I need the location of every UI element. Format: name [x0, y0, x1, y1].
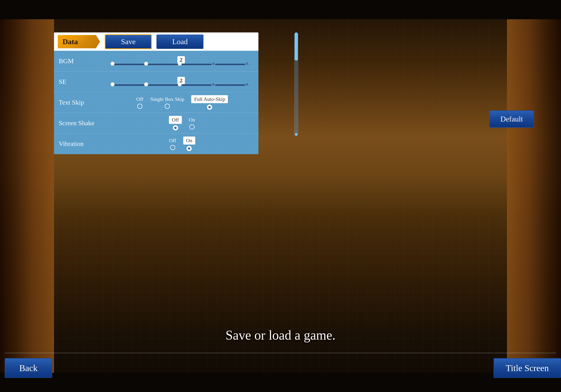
text-skip-single-label: Single Box Skip [150, 96, 184, 102]
text-skip-full-label: Full Auto-Skip [191, 95, 228, 103]
se-dot-0[interactable] [110, 82, 115, 87]
screen-shake-on-label: On [189, 117, 195, 123]
vibration-on[interactable]: On [183, 137, 195, 151]
se-dots [110, 84, 249, 87]
se-track[interactable] [110, 84, 249, 86]
settings-panel: Data Save Load BGM 2 [54, 33, 259, 154]
bgm-dot-2[interactable] [178, 62, 182, 66]
vibration-off-label: Off [169, 138, 176, 144]
text-skip-full[interactable]: Full Auto-Skip [191, 95, 228, 110]
settings-body: BGM 2 SE [54, 51, 259, 154]
data-label: Data [58, 35, 100, 48]
save-button[interactable]: Save [105, 34, 152, 49]
text-skip-full-radio[interactable] [207, 105, 212, 110]
se-row: SE 2 [54, 71, 259, 92]
text-skip-single-radio[interactable] [165, 104, 170, 109]
vibration-on-label: On [183, 137, 195, 144]
text-skip-control: Off Single Box Skip Full Auto-Skip [106, 93, 259, 112]
vibration-row: Vibration Off On [54, 133, 259, 154]
screen-shake-control: Off On [106, 113, 259, 133]
vibration-on-radio[interactable] [186, 146, 192, 151]
screen-shake-off-radio[interactable] [173, 125, 178, 131]
vibration-label: Vibration [54, 136, 106, 151]
text-skip-single[interactable]: Single Box Skip [150, 96, 184, 109]
bgm-dot-1[interactable] [144, 62, 148, 66]
bgm-track[interactable] [110, 64, 249, 65]
text-skip-label: Text Skip [54, 95, 106, 110]
vibration-off-radio[interactable] [170, 145, 175, 150]
bgm-dot-3[interactable] [211, 62, 216, 66]
screen-shake-on-radio[interactable] [189, 124, 194, 130]
se-dot-4[interactable] [245, 82, 249, 87]
top-bar [0, 0, 561, 19]
se-dot-1[interactable] [144, 82, 148, 87]
scrollbar-end [295, 133, 298, 136]
bgm-control: 2 [106, 55, 259, 67]
bgm-dot-0[interactable] [110, 62, 115, 66]
vibration-control: Off On [106, 134, 259, 153]
se-dot-2[interactable] [178, 82, 182, 87]
scrollbar-thumb[interactable] [295, 33, 298, 61]
bgm-row: BGM 2 [54, 51, 259, 71]
screen-shake-on[interactable]: On [189, 117, 195, 130]
screen-shake-off-label: Off [169, 116, 182, 124]
se-slider-container: 2 [110, 78, 254, 86]
text-skip-off-radio[interactable] [137, 104, 142, 109]
vibration-options: Off On [169, 137, 195, 151]
bgm-label: BGM [54, 54, 106, 69]
screen-shake-row: Screen Shake Off On [54, 113, 259, 133]
back-button[interactable]: Back [5, 358, 52, 378]
bgm-slider-container: 2 [110, 57, 254, 65]
bottom-divider [5, 353, 556, 353]
status-text: Save or load a game. [0, 328, 561, 343]
screen-shake-options: Off On [169, 116, 195, 131]
se-control: 2 [106, 76, 259, 88]
se-label: SE [54, 74, 106, 89]
bgm-dot-4[interactable] [245, 62, 249, 66]
data-row: Data Save Load [54, 33, 259, 51]
load-button[interactable]: Load [156, 34, 204, 49]
vibration-off[interactable]: Off [169, 138, 176, 150]
screen-shake-label: Screen Shake [54, 116, 106, 131]
text-skip-off-label: Off [136, 96, 143, 102]
text-skip-options: Off Single Box Skip Full Auto-Skip [136, 95, 228, 110]
title-screen-button[interactable]: Title Screen [494, 358, 561, 378]
screen-shake-off[interactable]: Off [169, 116, 182, 131]
text-skip-off[interactable]: Off [136, 96, 143, 109]
bgm-dots [110, 63, 249, 66]
text-skip-row: Text Skip Off Single Box Skip Full Auto-… [54, 92, 259, 113]
scrollbar-track[interactable] [294, 33, 298, 136]
bottom-bar [0, 373, 561, 392]
se-dot-3[interactable] [211, 82, 216, 87]
default-button[interactable]: Default [489, 110, 534, 128]
